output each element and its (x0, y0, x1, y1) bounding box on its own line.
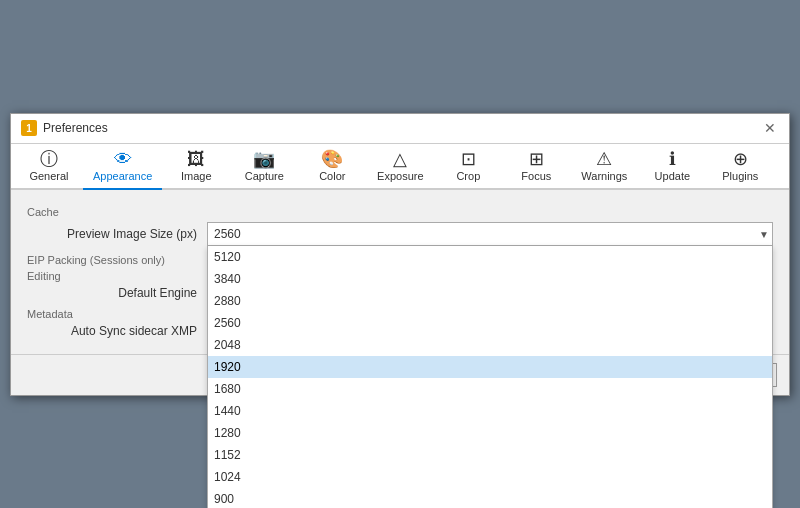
tab-color-label: Color (319, 170, 345, 182)
auto-sync-label: Auto Sync sidecar XMP (27, 324, 207, 338)
tab-appearance[interactable]: 👁 Appearance (83, 144, 162, 190)
preferences-dialog: 1 Preferences ✕ ⓘ General 👁 Appearance 🖼… (10, 113, 790, 396)
tab-exposure[interactable]: △ Exposure (366, 144, 434, 190)
dropdown-item-2560[interactable]: 2560 (208, 312, 772, 334)
image-icon: 🖼 (187, 150, 205, 168)
tab-image-label: Image (181, 170, 212, 182)
tab-general-label: General (29, 170, 68, 182)
warnings-icon: ⚠ (596, 150, 612, 168)
tabs-bar: ⓘ General 👁 Appearance 🖼 Image 📷 Capture… (11, 144, 789, 190)
tab-capture-label: Capture (245, 170, 284, 182)
dropdown-item-1152[interactable]: 1152 (208, 444, 772, 466)
dropdown-item-900[interactable]: 900 (208, 488, 772, 509)
cache-section-label: Cache (27, 206, 773, 218)
tab-update-label: Update (655, 170, 690, 182)
preview-image-size-label: Preview Image Size (px) (27, 227, 207, 241)
tab-focus[interactable]: ⊞ Focus (502, 144, 570, 190)
dropdown-item-3840[interactable]: 3840 (208, 268, 772, 290)
focus-icon: ⊞ (529, 150, 544, 168)
dropdown-item-1680[interactable]: 1680 (208, 378, 772, 400)
dropdown-item-1440[interactable]: 1440 (208, 400, 772, 422)
tab-appearance-label: Appearance (93, 170, 152, 182)
preview-image-size-dropdown[interactable]: 2560 ▼ 5120 3840 2880 2560 2048 1920 168… (207, 222, 773, 246)
exposure-icon: △ (393, 150, 407, 168)
tab-capture[interactable]: 📷 Capture (230, 144, 298, 190)
capture-icon: 📷 (253, 150, 275, 168)
dropdown-item-1024[interactable]: 1024 (208, 466, 772, 488)
tab-plugins-label: Plugins (722, 170, 758, 182)
general-icon: ⓘ (40, 150, 58, 168)
close-button[interactable]: ✕ (761, 119, 779, 137)
plugins-icon: ⊕ (733, 150, 748, 168)
tab-focus-label: Focus (521, 170, 551, 182)
tab-image[interactable]: 🖼 Image (162, 144, 230, 190)
tab-exposure-label: Exposure (377, 170, 423, 182)
tab-warnings-label: Warnings (581, 170, 627, 182)
tab-plugins[interactable]: ⊕ Plugins (706, 144, 774, 190)
tab-crop-label: Crop (456, 170, 480, 182)
color-icon: 🎨 (321, 150, 343, 168)
appearance-icon: 👁 (114, 150, 132, 168)
update-icon: ℹ (669, 150, 676, 168)
dropdown-item-5120[interactable]: 5120 (208, 246, 772, 268)
content-area: Cache Preview Image Size (px) 2560 ▼ 512… (11, 190, 789, 354)
default-engine-label: Default Engine (27, 286, 207, 300)
app-icon: 1 (21, 120, 37, 136)
dropdown-item-1280[interactable]: 1280 (208, 422, 772, 444)
dropdown-list: 5120 3840 2880 2560 2048 1920 1680 1440 … (207, 246, 773, 509)
dropdown-item-2880[interactable]: 2880 (208, 290, 772, 312)
dropdown-selected-value[interactable]: 2560 (207, 222, 773, 246)
title-bar-left: 1 Preferences (21, 120, 108, 136)
dialog-title: Preferences (43, 121, 108, 135)
tab-general[interactable]: ⓘ General (15, 144, 83, 190)
tab-warnings[interactable]: ⚠ Warnings (570, 144, 638, 190)
tab-update[interactable]: ℹ Update (638, 144, 706, 190)
tab-crop[interactable]: ⊡ Crop (434, 144, 502, 190)
dropdown-item-1920[interactable]: 1920 (208, 356, 772, 378)
preview-image-size-row: Preview Image Size (px) 2560 ▼ 5120 3840… (27, 222, 773, 246)
dropdown-item-2048[interactable]: 2048 (208, 334, 772, 356)
tab-color[interactable]: 🎨 Color (298, 144, 366, 190)
crop-icon: ⊡ (461, 150, 476, 168)
title-bar: 1 Preferences ✕ (11, 114, 789, 144)
